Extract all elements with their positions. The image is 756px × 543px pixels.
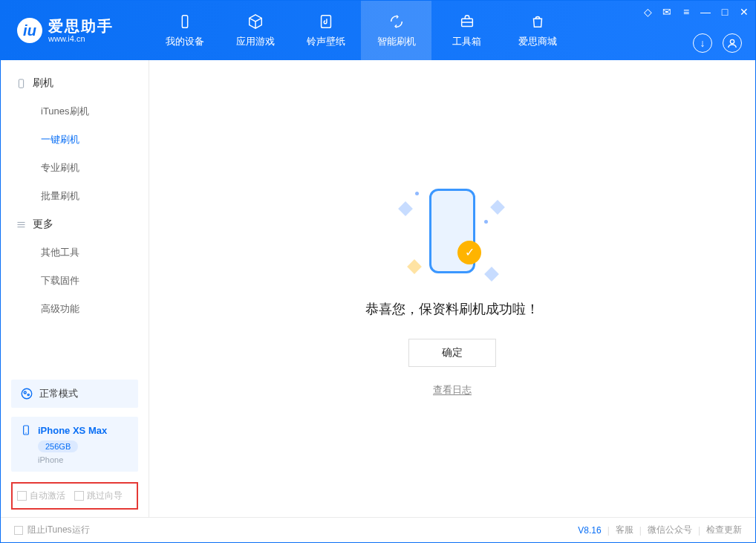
check-icon: ✓	[457, 241, 481, 264]
footer-link-wechat[interactable]: 微信公众号	[648, 524, 692, 536]
main-tabs: 我的设备 应用游戏 铃声壁纸 智能刷机 工具箱 爱思商城	[149, 1, 573, 60]
main-content: ✓ 恭喜您，保资料刷机成功啦！ 确定 查看日志	[149, 60, 755, 517]
svg-rect-1	[321, 16, 330, 28]
ok-button[interactable]: 确定	[408, 339, 496, 367]
device-name: iPhone XS Max	[38, 425, 107, 436]
music-icon	[317, 13, 335, 30]
footer-link-support[interactable]: 客服	[616, 524, 633, 536]
footer-link-update[interactable]: 检查更新	[706, 524, 742, 536]
app-logo: iu 爱思助手 www.i4.cn	[1, 18, 149, 43]
success-message: 恭喜您，保资料刷机成功啦！	[365, 300, 539, 318]
tab-my-device[interactable]: 我的设备	[149, 1, 220, 60]
sidebar-item-itunes-flash[interactable]: iTunes刷机	[16, 97, 149, 126]
view-log-link[interactable]: 查看日志	[433, 383, 472, 397]
mode-label: 正常模式	[39, 387, 78, 400]
tab-store[interactable]: 爱思商城	[502, 1, 573, 60]
close-icon[interactable]: ✕	[737, 5, 751, 19]
account-icon[interactable]	[723, 33, 742, 53]
tab-flash[interactable]: 智能刷机	[361, 1, 431, 60]
store-icon	[529, 13, 547, 30]
cube-icon	[247, 13, 264, 30]
sidebar-item-download-firmware[interactable]: 下载固件	[16, 267, 149, 295]
sidebar-section-flash: 刷机	[16, 69, 149, 97]
app-url: www.i4.cn	[48, 34, 114, 43]
sidebar: 刷机 iTunes刷机 一键刷机 专业刷机 批量刷机 更多 其他工具 下载固件 …	[1, 60, 149, 517]
app-name: 爱思助手	[48, 18, 114, 34]
checkbox-block-itunes[interactable]: 阻止iTunes运行	[14, 524, 90, 536]
success-illustration: ✓	[385, 181, 519, 285]
sidebar-item-oneclick-flash[interactable]: 一键刷机	[16, 126, 149, 154]
title-bar: iu 爱思助手 www.i4.cn 我的设备 应用游戏 铃声壁纸 智能刷机 工具…	[1, 1, 755, 60]
window-controls: ◇ ✉ ≡ — □ ✕	[641, 5, 751, 19]
sidebar-item-batch-flash[interactable]: 批量刷机	[16, 182, 149, 210]
checkbox-auto-activate[interactable]: 自动激活	[17, 490, 65, 502]
highlighted-options: 自动激活 跳过向导	[11, 482, 138, 510]
maximize-icon[interactable]: □	[718, 5, 731, 19]
status-bar: 阻止iTunes运行 V8.16 | 客服 | 微信公众号 | 检查更新	[1, 517, 755, 542]
svg-rect-0	[182, 16, 187, 28]
svg-point-8	[22, 388, 32, 399]
sidebar-section-more: 更多	[16, 210, 149, 238]
svg-point-3	[730, 39, 734, 43]
checkbox-skip-guide[interactable]: 跳过向导	[74, 490, 123, 502]
tab-toolbox[interactable]: 工具箱	[431, 1, 502, 60]
refresh-icon	[388, 13, 405, 30]
minimize-icon[interactable]: —	[699, 5, 712, 19]
header-actions: ↓	[693, 33, 742, 53]
logo-icon: iu	[17, 18, 42, 43]
download-icon[interactable]: ↓	[693, 33, 712, 53]
svg-rect-4	[19, 79, 23, 87]
feedback-icon[interactable]: ✉	[660, 5, 674, 19]
svg-point-9	[24, 391, 26, 394]
mode-indicator[interactable]: 正常模式	[11, 380, 138, 408]
device-icon	[176, 13, 194, 30]
device-capacity: 256GB	[38, 440, 78, 452]
svg-point-10	[27, 394, 29, 395]
skin-icon[interactable]: ◇	[641, 5, 654, 19]
device-type: iPhone	[38, 455, 129, 464]
device-card[interactable]: iPhone XS Max 256GB iPhone	[11, 417, 138, 472]
sidebar-item-pro-flash[interactable]: 专业刷机	[16, 154, 149, 182]
tab-ringtones[interactable]: 铃声壁纸	[290, 1, 361, 60]
sidebar-item-advanced[interactable]: 高级功能	[16, 295, 149, 323]
toolbox-icon	[458, 13, 476, 30]
menu-icon[interactable]: ≡	[680, 5, 693, 19]
version-label: V8.16	[578, 525, 601, 536]
tab-apps[interactable]: 应用游戏	[220, 1, 290, 60]
sidebar-item-other-tools[interactable]: 其他工具	[16, 238, 149, 267]
